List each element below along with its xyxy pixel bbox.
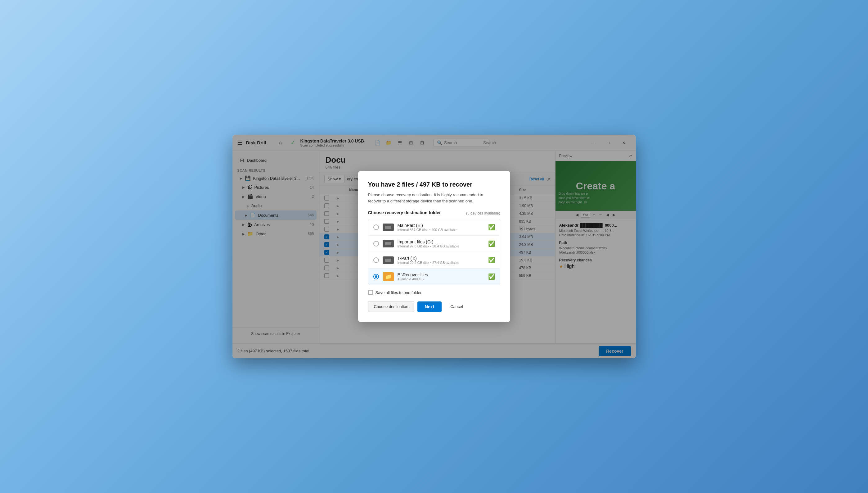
modal-overlay: You have 2 files / 497 KB to recover Ple… (232, 135, 636, 358)
device-size-recover-files: Available 400 GB (398, 277, 485, 281)
device-list: MainPart (E:) Internal 857 GB disk • 400… (368, 219, 500, 285)
device-size-important: Internal 97.6 GB disk • 38.4 GB availabl… (398, 244, 485, 248)
modal-title: You have 2 files / 497 KB to recover (368, 181, 500, 188)
device-name-important: Important files (G:) (398, 239, 485, 244)
modal-description: Please choose recovery destination. It i… (368, 192, 500, 204)
device-radio-tpart[interactable] (373, 257, 379, 263)
device-ok-tpart: ✅ (488, 257, 495, 263)
choose-destination-button[interactable]: Choose destination (368, 301, 414, 312)
next-button[interactable]: Next (417, 301, 442, 312)
device-ok-important: ✅ (488, 240, 495, 247)
save-to-folder-label: Save all files to one folder (376, 290, 422, 295)
device-name-recover-files: E:\Recover-files (398, 272, 485, 277)
device-name-mainpart: MainPart (E:) (398, 223, 485, 228)
device-radio-important[interactable] (373, 241, 379, 246)
cancel-button[interactable]: Cancel (445, 301, 468, 312)
hdd-icon-tpart (383, 256, 394, 264)
device-ok-mainpart: ✅ (488, 224, 495, 231)
save-to-folder-checkbox[interactable] (368, 290, 373, 295)
device-radio-recover-files[interactable] (373, 274, 379, 279)
device-size-mainpart: Internal 857 GB disk • 400 GB available (398, 228, 485, 232)
device-option-important[interactable]: Important files (G:) Internal 97.6 GB di… (369, 236, 500, 252)
save-to-one-folder-row[interactable]: Save all files to one folder (368, 290, 500, 295)
device-size-tpart: Internal 29.2 GB disk • 27.4 GB availabl… (398, 261, 485, 264)
device-name-tpart: T-Part (T:) (398, 256, 485, 261)
device-option-tpart[interactable]: T-Part (T:) Internal 29.2 GB disk • 27.4… (369, 252, 500, 269)
device-option-mainpart[interactable]: MainPart (E:) Internal 857 GB disk • 400… (369, 219, 500, 236)
device-radio-mainpart[interactable] (373, 224, 379, 230)
devices-count-label: (5 devices available) (466, 211, 500, 215)
hdd-icon-mainpart (383, 223, 394, 231)
hdd-icon-important (383, 240, 394, 248)
modal-buttons: Choose destination Next Cancel (368, 301, 500, 312)
device-ok-recover-files: ✅ (488, 273, 495, 280)
choose-folder-label: Choose recovery destination folder (368, 210, 441, 215)
device-option-recover-files[interactable]: 📁 E:\Recover-files Available 400 GB ✅ (369, 269, 500, 285)
folder-icon-recover-files: 📁 (383, 272, 394, 281)
recovery-destination-modal: You have 2 files / 497 KB to recover Ple… (358, 171, 510, 322)
